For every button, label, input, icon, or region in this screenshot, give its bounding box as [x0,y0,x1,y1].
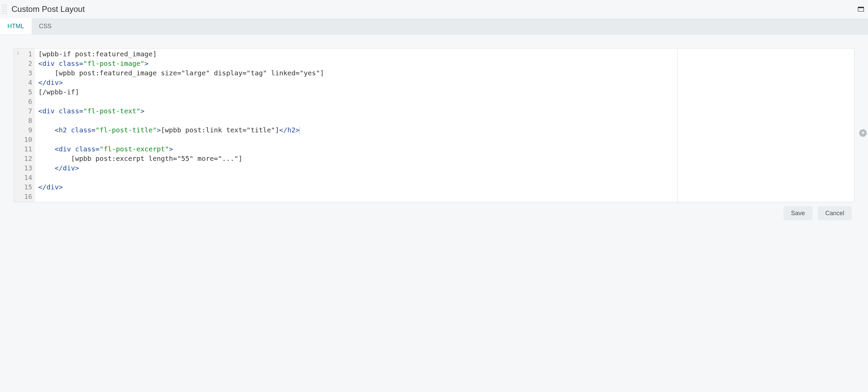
code-line[interactable] [38,97,675,106]
code-line[interactable]: <div class="fl-post-text"> [38,106,675,116]
code-line[interactable]: </div> [38,182,675,192]
expand-window-icon[interactable] [858,7,864,12]
settings-panel: Custom Post Layout HTML CSS i 1234567891… [0,0,868,231]
code-line[interactable]: <h2 class="fl-post-title">[wpbb post:lin… [38,125,675,135]
line-number: 16 [23,192,32,201]
line-number: 4 [23,78,32,87]
code-line[interactable]: </div> [38,163,675,173]
code-input[interactable]: [wpbb-if post:featured_image]<div class=… [35,49,677,202]
preview-pane [678,49,854,202]
footer-actions: Save Cancel [14,202,854,222]
line-number: 14 [23,173,32,182]
drag-handle-icon[interactable] [0,3,9,16]
line-number: 10 [23,135,32,144]
code-line[interactable]: <div class="fl-post-excerpt"> [38,144,675,154]
line-number: 6 [23,97,32,106]
tab-css[interactable]: CSS [32,18,59,34]
line-number: 13 [23,163,32,173]
gutter-info: i [14,49,22,202]
cancel-button[interactable]: Cancel [818,206,852,220]
code-line[interactable]: </div> [38,78,675,87]
svg-rect-1 [858,7,864,8]
line-number: 7 [23,106,32,116]
panel-header: Custom Post Layout [0,0,868,18]
text-cursor [299,127,300,134]
code-line[interactable] [38,192,675,201]
editor-wrap: i 12345678910111213141516 [wpbb-if post:… [0,35,868,231]
line-number: 12 [23,154,32,163]
code-line[interactable]: [/wpbb-if] [38,87,675,97]
line-number-gutter: 12345678910111213141516 [22,49,35,202]
panel-title: Custom Post Layout [9,4,85,14]
line-number: 11 [23,144,32,154]
code-line[interactable] [38,173,675,182]
code-line[interactable]: <div class="fl-post-image"> [38,59,675,68]
tabs: HTML CSS [0,18,868,35]
line-number: 5 [23,87,32,97]
line-number: 15 [23,182,32,192]
code-line[interactable] [38,116,675,125]
code-line[interactable]: [wpbb post:featured_image size="large" d… [38,68,675,78]
line-number: 9 [23,125,32,135]
code-line[interactable]: [wpbb-if post:featured_image] [38,49,675,59]
code-editor: i 12345678910111213141516 [wpbb-if post:… [14,48,854,202]
line-number: 1 [23,49,32,59]
add-module-button[interactable] [859,129,867,137]
tab-html[interactable]: HTML [0,18,32,34]
line-number: 3 [23,68,32,78]
line-number: 8 [23,116,32,125]
info-icon: i [17,50,19,56]
line-number: 2 [23,59,32,68]
code-area: i 12345678910111213141516 [wpbb-if post:… [14,49,678,202]
code-line[interactable]: [wpbb post:excerpt length="55" more="...… [38,154,675,163]
save-button[interactable]: Save [784,206,812,220]
code-line[interactable] [38,135,675,144]
